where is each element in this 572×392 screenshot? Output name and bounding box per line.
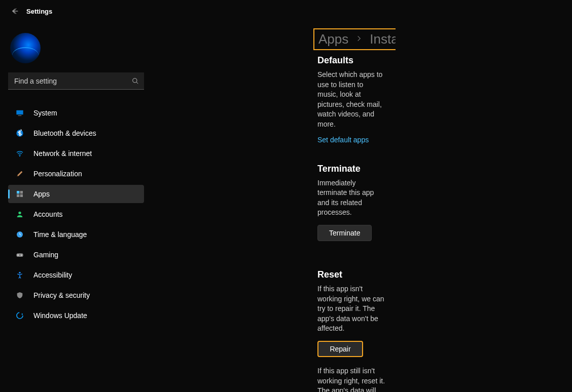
main-content: Apps Installed apps Xbox Defaults Select… — [152, 28, 396, 392]
section-title-terminate: Terminate — [317, 164, 385, 174]
nav-label: Bluetooth & devices — [33, 129, 96, 137]
nav-item-update[interactable]: Windows Update — [8, 306, 144, 325]
nav-label: Network & internet — [33, 149, 92, 158]
svg-point-12 — [21, 255, 22, 256]
window-title: Settings — [26, 8, 52, 15]
nav-list: System Bluetooth & devices Network & int… — [8, 104, 144, 325]
svg-rect-11 — [16, 253, 23, 257]
nav-item-time[interactable]: Time & language — [8, 225, 144, 244]
nav-label: Privacy & security — [33, 291, 90, 299]
nav-label: Accessibility — [33, 271, 72, 279]
nav-label: Windows Update — [33, 311, 87, 320]
nav-label: Time & language — [33, 230, 87, 239]
svg-point-4 — [19, 155, 20, 156]
section-desc: If this app isn't working right, we can … — [317, 284, 385, 334]
svg-point-14 — [17, 312, 23, 319]
search-input[interactable] — [8, 72, 144, 89]
shield-icon — [15, 291, 24, 300]
nav-item-system[interactable]: System — [8, 104, 144, 122]
nav-item-accounts[interactable]: Accounts — [8, 205, 144, 223]
section-title-reset: Reset — [317, 269, 385, 280]
bluetooth-icon — [15, 129, 24, 138]
nav-item-accessibility[interactable]: Accessibility — [8, 266, 144, 284]
search-box[interactable] — [8, 72, 144, 90]
section-title-defaults: Defaults — [317, 55, 385, 66]
repair-button[interactable]: Repair — [317, 341, 363, 357]
svg-rect-1 — [16, 110, 23, 115]
search-icon — [132, 77, 139, 85]
terminate-button[interactable]: Terminate — [317, 225, 372, 241]
breadcrumb: Apps Installed apps Xbox — [313, 28, 396, 50]
apps-icon — [15, 189, 24, 199]
svg-point-9 — [18, 212, 21, 214]
sidebar: Settings System Bluetooth — [0, 0, 152, 392]
set-default-apps-link[interactable]: Set default apps — [317, 136, 369, 144]
breadcrumb-apps[interactable]: Apps — [318, 31, 348, 47]
accessibility-icon — [15, 270, 24, 280]
svg-point-13 — [19, 272, 20, 273]
nav-label: Accounts — [33, 210, 63, 218]
nav-label: System — [33, 109, 57, 117]
back-button[interactable] — [10, 6, 20, 16]
svg-rect-6 — [20, 191, 23, 193]
user-avatar[interactable] — [10, 33, 41, 63]
nav-label: Apps — [33, 190, 50, 198]
wifi-icon — [15, 149, 24, 158]
section-desc: Immediately terminate this app and its r… — [317, 178, 385, 218]
svg-rect-5 — [17, 191, 19, 193]
section-desc: Select which apps to use to listen to mu… — [317, 70, 385, 130]
section-desc: If this app still isn't working right, r… — [317, 366, 385, 392]
nav-item-network[interactable]: Network & internet — [8, 144, 144, 163]
update-icon — [15, 311, 24, 320]
nav-label: Gaming — [33, 251, 58, 259]
svg-point-0 — [133, 78, 137, 82]
nav-item-personalization[interactable]: Personalization — [8, 165, 144, 183]
nav-item-apps[interactable]: Apps — [8, 185, 144, 203]
arrow-left-icon — [11, 7, 19, 15]
clock-icon — [15, 230, 24, 239]
gamepad-icon — [15, 250, 24, 259]
svg-rect-2 — [18, 115, 22, 116]
nav-label: Personalization — [33, 170, 82, 178]
paintbrush-icon — [15, 169, 24, 178]
nav-item-privacy[interactable]: Privacy & security — [8, 286, 144, 304]
svg-rect-7 — [17, 194, 19, 197]
nav-item-gaming[interactable]: Gaming — [8, 246, 144, 264]
breadcrumb-installed-apps[interactable]: Installed apps — [370, 31, 396, 47]
monitor-icon — [15, 108, 24, 117]
chevron-right-icon — [355, 35, 363, 44]
person-icon — [15, 210, 24, 219]
svg-rect-8 — [20, 194, 23, 197]
nav-item-bluetooth[interactable]: Bluetooth & devices — [8, 124, 144, 142]
